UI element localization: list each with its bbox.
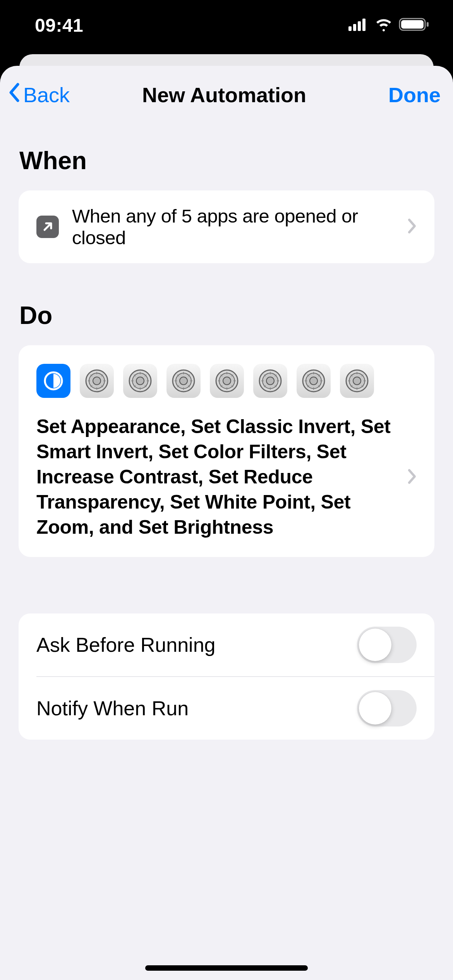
- svg-rect-2: [358, 21, 361, 31]
- svg-rect-6: [427, 22, 429, 27]
- notify-when-run-row: Notify When Run: [36, 676, 434, 740]
- settings-icon: [253, 364, 287, 398]
- svg-rect-3: [362, 19, 365, 31]
- cellular-icon: [348, 18, 369, 33]
- ask-before-running-toggle[interactable]: [357, 627, 417, 663]
- section-header-do: Do: [0, 263, 453, 345]
- battery-icon: [399, 17, 430, 33]
- notify-when-run-label: Notify When Run: [36, 697, 189, 720]
- svg-point-54: [266, 377, 274, 385]
- status-icons: [348, 17, 430, 33]
- chevron-left-icon: [8, 82, 20, 108]
- when-description: When any of 5 apps are opened or closed: [72, 205, 394, 248]
- wifi-icon: [374, 17, 393, 33]
- settings-icon: [210, 364, 244, 398]
- switch-thumb: [359, 629, 391, 661]
- do-card[interactable]: Set Appearance, Set Classic Invert, Set …: [19, 345, 434, 557]
- home-indicator[interactable]: [145, 965, 308, 971]
- chevron-right-icon: [407, 218, 417, 236]
- action-icons: [36, 364, 417, 398]
- appearance-icon: [36, 364, 70, 398]
- settings-icon: [80, 364, 114, 398]
- chevron-right-icon: [407, 468, 417, 486]
- do-description: Set Appearance, Set Classic Invert, Set …: [36, 414, 400, 540]
- navigation-bar: Back New Automation Done: [0, 66, 453, 124]
- svg-rect-0: [348, 26, 352, 31]
- page-title: New Automation: [142, 83, 306, 107]
- ask-before-running-label: Ask Before Running: [36, 633, 216, 656]
- when-card: When any of 5 apps are opened or closed: [19, 190, 434, 263]
- notify-when-run-toggle[interactable]: [357, 690, 417, 726]
- svg-point-21: [136, 377, 144, 385]
- status-time: 09:41: [35, 15, 83, 36]
- app-open-icon: [36, 216, 59, 238]
- status-bar: 09:41: [0, 0, 453, 54]
- when-row[interactable]: When any of 5 apps are opened or closed: [19, 190, 434, 263]
- modal-sheet: Back New Automation Done When When any o…: [0, 66, 453, 980]
- settings-icon: [297, 364, 331, 398]
- svg-point-43: [223, 377, 231, 385]
- settings-icon: [123, 364, 157, 398]
- done-button[interactable]: Done: [340, 83, 441, 107]
- switch-thumb: [359, 692, 391, 725]
- settings-icon: [166, 364, 201, 398]
- section-header-when: When: [0, 124, 453, 190]
- svg-rect-1: [353, 24, 356, 31]
- settings-icon: [340, 364, 374, 398]
- back-button[interactable]: Back: [8, 82, 108, 108]
- svg-point-10: [93, 377, 101, 385]
- svg-rect-5: [401, 20, 424, 29]
- ask-before-running-row: Ask Before Running: [19, 613, 434, 676]
- back-label: Back: [23, 83, 70, 107]
- svg-point-76: [353, 377, 361, 385]
- svg-point-65: [310, 377, 317, 385]
- svg-point-32: [180, 377, 187, 385]
- options-card: Ask Before Running Notify When Run: [19, 613, 434, 740]
